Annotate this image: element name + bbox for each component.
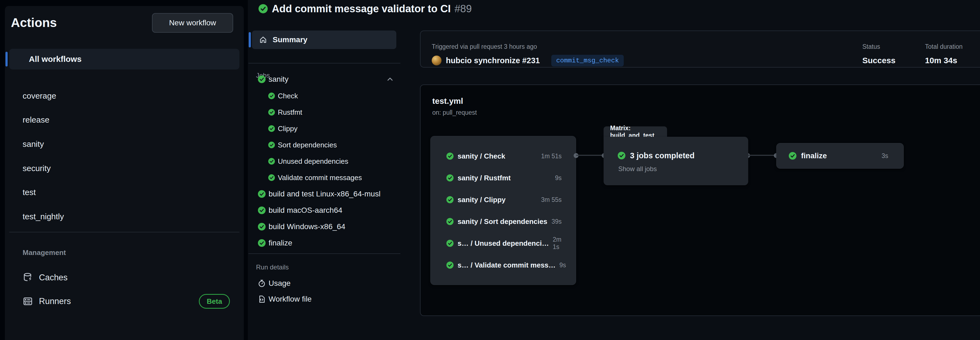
nav-divider bbox=[248, 253, 400, 254]
nav-summary[interactable]: Summary bbox=[252, 30, 396, 49]
nav-job-build-macos[interactable]: build macOS-aarch64 bbox=[258, 204, 342, 216]
actions-sidebar: Actions New workflow All workflows cover… bbox=[5, 6, 244, 340]
chevron-up-icon[interactable] bbox=[386, 75, 394, 83]
sidebar-item-release[interactable]: release bbox=[22, 114, 49, 126]
graph-edge-line bbox=[748, 155, 776, 156]
success-check-icon bbox=[789, 152, 797, 160]
nav-step-sort-dependencies[interactable]: Sort dependencies bbox=[268, 139, 337, 151]
run-info-card: Triggered via pull request 3 hours ago h… bbox=[420, 30, 980, 68]
management-section-label: Management bbox=[22, 248, 66, 257]
sidebar-item-test-nightly[interactable]: test_nightly bbox=[22, 211, 64, 222]
show-all-jobs-link[interactable]: Show all jobs bbox=[618, 165, 657, 173]
home-icon bbox=[259, 36, 267, 44]
duration-value: 10m 34s bbox=[925, 56, 957, 65]
nav-usage[interactable]: Usage bbox=[258, 277, 291, 289]
matrix-tab-label: Matrix: build_and_test bbox=[604, 126, 667, 137]
nav-job-sanity[interactable]: sanity bbox=[258, 73, 394, 85]
graph-job-sanity-validate-commit-messages[interactable]: s… / Validate commit mess… 9s bbox=[446, 259, 562, 271]
nav-job-finalize[interactable]: finalize bbox=[258, 237, 292, 249]
graph-job-duration: 9s bbox=[555, 174, 562, 182]
nav-workflow-file-label: Workflow file bbox=[269, 295, 312, 303]
graph-node-finalize[interactable]: finalize 3s bbox=[776, 143, 904, 168]
graph-job-label: s… / Unused dependenci… bbox=[458, 239, 549, 248]
success-check-icon bbox=[258, 206, 266, 214]
sidebar-item-coverage[interactable]: coverage bbox=[22, 90, 56, 102]
run-title-row: Add commit message validator to CI #89 bbox=[258, 2, 472, 15]
success-check-icon bbox=[258, 239, 266, 247]
nav-workflow-file[interactable]: Workflow file bbox=[258, 293, 312, 305]
beta-badge: Beta bbox=[199, 294, 230, 309]
matrix-summary-row: 3 jobs completed bbox=[617, 149, 695, 162]
success-check-icon bbox=[446, 218, 454, 225]
graph-job-sanity-clippy[interactable]: sanity / Clippy 3m 55s bbox=[446, 194, 562, 206]
new-workflow-button[interactable]: New workflow bbox=[152, 13, 233, 33]
sidebar-item-sanity[interactable]: sanity bbox=[22, 138, 44, 150]
graph-job-label: sanity / Clippy bbox=[458, 195, 506, 204]
nav-step-validate-commit-messages[interactable]: Validate commit messages bbox=[268, 172, 362, 184]
avatar[interactable] bbox=[432, 56, 442, 65]
graph-job-sanity-unused-dependencies[interactable]: s… / Unused dependenci… 2m 1s bbox=[446, 237, 562, 249]
graph-job-label: sanity / Rustfmt bbox=[458, 174, 511, 182]
nav-step-label: Unused dependencies bbox=[278, 157, 348, 166]
graph-job-duration: 3m 55s bbox=[541, 196, 562, 203]
nav-job-build-windows[interactable]: build Windows-x86_64 bbox=[258, 221, 345, 233]
graph-job-duration: 3s bbox=[882, 152, 888, 160]
sidebar-item-test[interactable]: test bbox=[22, 186, 36, 199]
nav-step-unused-dependencies[interactable]: Unused dependencies bbox=[268, 155, 348, 167]
sidebar-item-caches[interactable]: Caches bbox=[22, 270, 68, 285]
success-check-icon bbox=[258, 190, 266, 198]
success-check-icon bbox=[268, 109, 275, 116]
sidebar-item-all-workflows[interactable]: All workflows bbox=[9, 49, 239, 70]
success-check-icon bbox=[258, 75, 266, 83]
graph-job-sanity-check[interactable]: sanity / Check 1m 51s bbox=[446, 150, 562, 162]
trigger-label: Triggered via pull request 3 hours ago bbox=[432, 43, 537, 51]
runners-server-icon bbox=[22, 296, 33, 307]
graph-job-label: sanity / Check bbox=[458, 152, 505, 160]
graph-job-label: sanity / Sort dependencies bbox=[458, 218, 547, 226]
success-check-icon bbox=[446, 261, 454, 269]
trigger-actor[interactable]: hubcio synchronize #231 bbox=[446, 56, 540, 65]
graph-job-duration: 39s bbox=[552, 218, 562, 225]
success-check-icon bbox=[268, 141, 275, 148]
workflow-graph-card: test.yml on: pull_request sanity / Check… bbox=[420, 84, 980, 316]
sidebar-item-security[interactable]: security bbox=[22, 162, 51, 174]
page-title: Actions bbox=[11, 15, 57, 30]
nav-job-build-linux[interactable]: build and test Linux-x86_64-musl bbox=[258, 188, 380, 200]
success-check-icon bbox=[268, 174, 275, 181]
nav-summary-label: Summary bbox=[273, 35, 307, 44]
nav-job-label: finalize bbox=[269, 239, 292, 247]
sidebar-item-runners[interactable]: Runners bbox=[22, 294, 71, 308]
nav-step-check[interactable]: Check bbox=[268, 90, 298, 102]
graph-job-duration: 1m 51s bbox=[541, 153, 562, 160]
summary-accent-bar bbox=[249, 32, 251, 48]
graph-node-matrix[interactable]: 3 jobs completed Show all jobs bbox=[604, 137, 748, 185]
nav-step-label: Check bbox=[278, 92, 298, 100]
nav-step-label: Clippy bbox=[278, 124, 298, 133]
workflow-trigger: on: pull_request bbox=[432, 109, 477, 116]
success-check-icon bbox=[268, 158, 275, 165]
graph-job-sanity-rustfmt[interactable]: sanity / Rustfmt 9s bbox=[446, 172, 562, 184]
branch-badge[interactable]: commit_msg_check bbox=[551, 55, 624, 67]
sidebar-divider bbox=[9, 232, 239, 232]
success-check-icon bbox=[268, 125, 275, 132]
trigger-value-row: hubcio synchronize #231 commit_msg_check bbox=[432, 54, 624, 67]
main-content: Add commit message validator to CI #89 S… bbox=[248, 0, 980, 340]
stopwatch-icon bbox=[258, 279, 266, 288]
nav-step-label: Validate commit messages bbox=[278, 173, 362, 182]
graph-job-label: s… / Validate commit mess… bbox=[458, 261, 556, 269]
success-check-icon bbox=[268, 92, 275, 99]
nav-job-label: build macOS-aarch64 bbox=[269, 206, 342, 214]
nav-step-clippy[interactable]: Clippy bbox=[268, 122, 298, 135]
success-check-icon bbox=[446, 240, 454, 247]
run-details-section-label: Run details bbox=[256, 264, 289, 271]
nav-step-label: Sort dependencies bbox=[278, 141, 337, 149]
nav-step-rustfmt[interactable]: Rustfmt bbox=[268, 106, 302, 118]
success-check-icon bbox=[258, 4, 268, 14]
nav-job-label: build Windows-x86_64 bbox=[269, 222, 345, 231]
run-number: #89 bbox=[455, 3, 472, 15]
nav-job-label: sanity bbox=[269, 75, 288, 84]
graph-job-sanity-sort-dependencies[interactable]: sanity / Sort dependencies 39s bbox=[446, 215, 562, 228]
sidebar-item-label: Caches bbox=[39, 273, 68, 283]
success-check-icon bbox=[258, 222, 266, 231]
sidebar-item-label: Runners bbox=[39, 296, 71, 306]
